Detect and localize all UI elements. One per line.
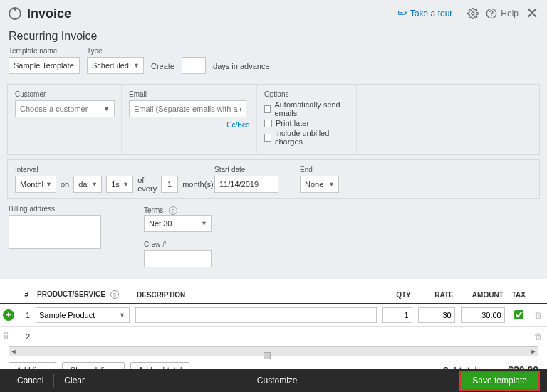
svg-point-0 (472, 12, 474, 15)
customer-label: Customer (15, 90, 114, 98)
help-label[interactable]: Help (501, 9, 519, 18)
grip-icon[interactable]: ⠿ (3, 332, 9, 341)
crew-input[interactable] (144, 250, 212, 267)
col-num: # (19, 286, 33, 304)
tour-icon (397, 9, 407, 18)
table-row: ⠿ 2 🗑 (0, 327, 547, 346)
gear-icon[interactable] (467, 7, 479, 20)
recurring-title: Recurring Invoice (9, 30, 538, 43)
help-circle-icon[interactable]: ? (169, 206, 177, 215)
line-items-table: # PRODUCT/SERVICE ? DESCRIPTION QTY RATE… (0, 286, 547, 346)
col-rate: RATE (415, 286, 458, 304)
day-select[interactable] (73, 176, 102, 193)
header-bar: Invoice Take a tour Help ✕ (0, 0, 547, 27)
scroll-thumb[interactable] (264, 352, 271, 359)
auto-send-checkbox[interactable]: Automatically send emails (264, 100, 349, 117)
ccbcc-link[interactable]: Cc/Bcc (129, 121, 249, 129)
col-tax: TAX (508, 286, 530, 304)
trash-icon[interactable]: 🗑 (534, 332, 543, 341)
start-date-input[interactable] (214, 176, 278, 193)
scroll-left-icon[interactable]: ◄ (9, 347, 18, 356)
scroll-right-icon[interactable]: ► (529, 347, 538, 356)
col-product: PRODUCT/SERVICE (37, 290, 105, 298)
terms-label: Terms (144, 206, 163, 214)
add-line-icon[interactable]: + (3, 309, 14, 321)
days-advance-input[interactable] (182, 57, 206, 74)
interval-section: Interval ▼ on ▼ ▼ of every month(s) Star… (7, 159, 540, 199)
qty-input[interactable] (382, 307, 412, 323)
customize-button[interactable]: Customize (247, 371, 308, 390)
close-icon[interactable]: ✕ (526, 6, 538, 21)
help-icon[interactable] (485, 7, 498, 20)
help-circle-icon[interactable]: ? (110, 290, 119, 299)
page-title: Invoice (27, 6, 71, 21)
tour-label: Take a tour (410, 9, 452, 18)
product-select[interactable] (36, 307, 130, 323)
svg-point-2 (491, 16, 492, 16)
customer-select[interactable] (15, 100, 115, 117)
template-name-input[interactable] (9, 57, 80, 74)
type-select[interactable] (87, 57, 144, 74)
email-label: Email (129, 90, 249, 98)
interval-label: Interval (15, 166, 200, 174)
template-name-label: Template name (9, 47, 80, 55)
description-input[interactable] (135, 307, 377, 323)
rate-input[interactable] (418, 307, 455, 323)
address-section: Billing address Terms ? ▼ Crew # (0, 199, 547, 273)
recurring-icon (9, 7, 21, 20)
billing-label: Billing address (9, 205, 101, 213)
start-date-label: Start date (214, 166, 286, 174)
include-unbilled-checkbox[interactable]: Include unbilled charges (264, 129, 349, 146)
ordinal-select[interactable] (106, 176, 133, 193)
end-select[interactable] (300, 176, 339, 193)
footer-bar: Cancel Clear Customize Save template (0, 369, 547, 392)
recurring-section: Recurring Invoice Template name Type ▼ C… (0, 27, 547, 80)
col-desc: DESCRIPTION (132, 286, 380, 304)
cancel-button[interactable]: Cancel (7, 371, 53, 390)
trash-icon[interactable]: 🗑 (534, 310, 543, 320)
amount-input[interactable] (461, 307, 505, 323)
tax-checkbox[interactable] (514, 310, 523, 319)
crew-label: Crew # (144, 240, 212, 248)
every-count-input[interactable] (161, 176, 178, 193)
col-amount: AMOUNT (458, 286, 508, 304)
create-label: Create (151, 62, 174, 74)
table-row: + 1 ▼ 🗑 (0, 304, 547, 327)
type-label: Type (87, 47, 144, 55)
col-qty: QTY (380, 286, 415, 304)
row-num: 2 (19, 327, 33, 346)
options-label: Options (264, 90, 349, 98)
email-input[interactable] (129, 100, 246, 117)
billing-textarea[interactable] (9, 215, 101, 249)
end-label: End (300, 166, 339, 174)
customer-email-options: Customer ▼ Email Cc/Bcc Options Automati… (7, 84, 540, 155)
take-tour-link[interactable]: Take a tour (397, 9, 452, 18)
row-num: 1 (19, 304, 33, 327)
horizontal-scrollbar[interactable]: ◄ ► (9, 346, 538, 356)
days-advance-label: days in advance (213, 62, 270, 74)
save-template-button[interactable]: Save template (459, 371, 540, 391)
clear-button[interactable]: Clear (54, 371, 95, 390)
frequency-select[interactable] (15, 176, 56, 193)
terms-select[interactable] (144, 215, 212, 232)
print-later-checkbox[interactable]: Print later (264, 119, 349, 127)
